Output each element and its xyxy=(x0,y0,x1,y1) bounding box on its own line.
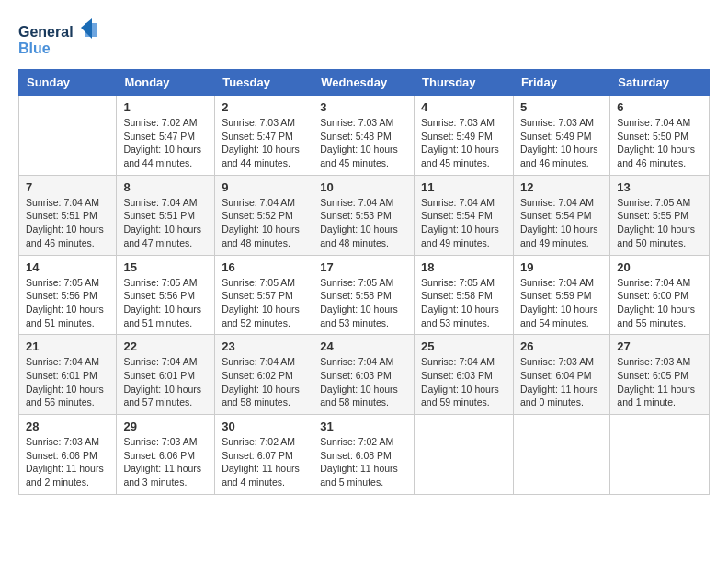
day-number: 25 xyxy=(421,339,506,353)
day-info: Sunrise: 7:05 AM Sunset: 5:55 PM Dayligh… xyxy=(617,196,702,250)
day-number: 29 xyxy=(123,419,208,433)
day-number: 4 xyxy=(421,100,506,114)
svg-text:Blue: Blue xyxy=(18,40,51,56)
week-row-5: 28Sunrise: 7:03 AM Sunset: 6:06 PM Dayli… xyxy=(19,415,710,495)
calendar-cell: 4Sunrise: 7:03 AM Sunset: 5:49 PM Daylig… xyxy=(415,96,514,176)
day-info: Sunrise: 7:04 AM Sunset: 5:54 PM Dayligh… xyxy=(520,196,603,250)
day-number: 12 xyxy=(520,180,603,194)
calendar-cell: 21Sunrise: 7:04 AM Sunset: 6:01 PM Dayli… xyxy=(19,335,117,415)
day-number: 26 xyxy=(520,339,603,353)
day-info: Sunrise: 7:02 AM Sunset: 6:08 PM Dayligh… xyxy=(320,435,407,489)
day-info: Sunrise: 7:03 AM Sunset: 5:47 PM Dayligh… xyxy=(222,116,306,170)
day-info: Sunrise: 7:04 AM Sunset: 5:53 PM Dayligh… xyxy=(320,196,407,250)
calendar-cell: 22Sunrise: 7:04 AM Sunset: 6:01 PM Dayli… xyxy=(117,335,215,415)
calendar-cell: 11Sunrise: 7:04 AM Sunset: 5:54 PM Dayli… xyxy=(415,175,514,255)
day-info: Sunrise: 7:03 AM Sunset: 6:04 PM Dayligh… xyxy=(520,355,603,409)
column-header-monday: Monday xyxy=(117,70,215,96)
day-number: 6 xyxy=(617,100,702,114)
day-info: Sunrise: 7:05 AM Sunset: 5:57 PM Dayligh… xyxy=(222,276,306,330)
day-info: Sunrise: 7:03 AM Sunset: 6:05 PM Dayligh… xyxy=(617,355,702,409)
day-number: 17 xyxy=(320,260,407,274)
calendar-cell: 12Sunrise: 7:04 AM Sunset: 5:54 PM Dayli… xyxy=(513,175,609,255)
calendar-cell: 19Sunrise: 7:04 AM Sunset: 5:59 PM Dayli… xyxy=(513,255,609,335)
column-header-tuesday: Tuesday xyxy=(215,70,313,96)
day-number: 27 xyxy=(617,339,702,353)
day-number: 5 xyxy=(520,100,603,114)
day-info: Sunrise: 7:04 AM Sunset: 5:54 PM Dayligh… xyxy=(421,196,506,250)
calendar-cell xyxy=(513,415,609,495)
calendar-cell: 1Sunrise: 7:02 AM Sunset: 5:47 PM Daylig… xyxy=(117,96,215,176)
column-header-friday: Friday xyxy=(513,70,609,96)
header-row: SundayMondayTuesdayWednesdayThursdayFrid… xyxy=(19,70,710,96)
column-header-thursday: Thursday xyxy=(415,70,514,96)
calendar-cell: 18Sunrise: 7:05 AM Sunset: 5:58 PM Dayli… xyxy=(415,255,514,335)
day-info: Sunrise: 7:03 AM Sunset: 5:48 PM Dayligh… xyxy=(320,116,407,170)
day-number: 8 xyxy=(123,180,208,194)
calendar-cell: 8Sunrise: 7:04 AM Sunset: 5:51 PM Daylig… xyxy=(117,175,215,255)
day-number: 20 xyxy=(617,260,702,274)
calendar-cell: 9Sunrise: 7:04 AM Sunset: 5:52 PM Daylig… xyxy=(215,175,313,255)
day-info: Sunrise: 7:04 AM Sunset: 6:01 PM Dayligh… xyxy=(26,355,109,409)
day-number: 1 xyxy=(123,100,208,114)
calendar-cell xyxy=(610,415,710,495)
logo-icon: General Blue xyxy=(18,18,101,60)
week-row-1: 1Sunrise: 7:02 AM Sunset: 5:47 PM Daylig… xyxy=(19,96,710,176)
column-header-saturday: Saturday xyxy=(610,70,710,96)
day-info: Sunrise: 7:04 AM Sunset: 5:50 PM Dayligh… xyxy=(617,116,702,170)
calendar-cell: 31Sunrise: 7:02 AM Sunset: 6:08 PM Dayli… xyxy=(313,415,415,495)
calendar-cell: 27Sunrise: 7:03 AM Sunset: 6:05 PM Dayli… xyxy=(610,335,710,415)
day-info: Sunrise: 7:04 AM Sunset: 5:52 PM Dayligh… xyxy=(222,196,306,250)
week-row-2: 7Sunrise: 7:04 AM Sunset: 5:51 PM Daylig… xyxy=(19,175,710,255)
svg-text:General: General xyxy=(18,24,74,40)
page-header: General Blue xyxy=(18,18,710,60)
day-info: Sunrise: 7:04 AM Sunset: 5:51 PM Dayligh… xyxy=(123,196,208,250)
day-number: 22 xyxy=(123,339,208,353)
day-info: Sunrise: 7:03 AM Sunset: 6:06 PM Dayligh… xyxy=(123,435,208,489)
day-number: 30 xyxy=(222,419,306,433)
day-number: 18 xyxy=(421,260,506,274)
week-row-3: 14Sunrise: 7:05 AM Sunset: 5:56 PM Dayli… xyxy=(19,255,710,335)
calendar-table: SundayMondayTuesdayWednesdayThursdayFrid… xyxy=(18,69,710,495)
calendar-cell xyxy=(415,415,514,495)
calendar-cell: 10Sunrise: 7:04 AM Sunset: 5:53 PM Dayli… xyxy=(313,175,415,255)
calendar-cell: 23Sunrise: 7:04 AM Sunset: 6:02 PM Dayli… xyxy=(215,335,313,415)
calendar-cell: 20Sunrise: 7:04 AM Sunset: 6:00 PM Dayli… xyxy=(610,255,710,335)
day-number: 2 xyxy=(222,100,306,114)
calendar-cell: 15Sunrise: 7:05 AM Sunset: 5:56 PM Dayli… xyxy=(117,255,215,335)
day-number: 11 xyxy=(421,180,506,194)
day-info: Sunrise: 7:03 AM Sunset: 5:49 PM Dayligh… xyxy=(520,116,603,170)
day-number: 7 xyxy=(26,180,109,194)
day-info: Sunrise: 7:04 AM Sunset: 5:51 PM Dayligh… xyxy=(26,196,109,250)
day-number: 13 xyxy=(617,180,702,194)
day-number: 24 xyxy=(320,339,407,353)
calendar-cell: 29Sunrise: 7:03 AM Sunset: 6:06 PM Dayli… xyxy=(117,415,215,495)
calendar-cell: 2Sunrise: 7:03 AM Sunset: 5:47 PM Daylig… xyxy=(215,96,313,176)
calendar-cell: 25Sunrise: 7:04 AM Sunset: 6:03 PM Dayli… xyxy=(415,335,514,415)
day-number: 23 xyxy=(222,339,306,353)
logo: General Blue xyxy=(18,18,101,60)
day-number: 21 xyxy=(26,339,109,353)
day-info: Sunrise: 7:02 AM Sunset: 6:07 PM Dayligh… xyxy=(222,435,306,489)
calendar-cell: 5Sunrise: 7:03 AM Sunset: 5:49 PM Daylig… xyxy=(513,96,609,176)
day-info: Sunrise: 7:05 AM Sunset: 5:56 PM Dayligh… xyxy=(123,276,208,330)
calendar-cell: 30Sunrise: 7:02 AM Sunset: 6:07 PM Dayli… xyxy=(215,415,313,495)
day-info: Sunrise: 7:05 AM Sunset: 5:56 PM Dayligh… xyxy=(26,276,109,330)
calendar-cell: 14Sunrise: 7:05 AM Sunset: 5:56 PM Dayli… xyxy=(19,255,117,335)
day-number: 10 xyxy=(320,180,407,194)
day-number: 16 xyxy=(222,260,306,274)
day-number: 14 xyxy=(26,260,109,274)
day-info: Sunrise: 7:04 AM Sunset: 5:59 PM Dayligh… xyxy=(520,276,603,330)
column-header-wednesday: Wednesday xyxy=(313,70,415,96)
day-number: 9 xyxy=(222,180,306,194)
day-info: Sunrise: 7:05 AM Sunset: 5:58 PM Dayligh… xyxy=(320,276,407,330)
column-header-sunday: Sunday xyxy=(19,70,117,96)
day-info: Sunrise: 7:04 AM Sunset: 6:00 PM Dayligh… xyxy=(617,276,702,330)
day-info: Sunrise: 7:05 AM Sunset: 5:58 PM Dayligh… xyxy=(421,276,506,330)
day-number: 19 xyxy=(520,260,603,274)
day-number: 15 xyxy=(123,260,208,274)
calendar-cell: 24Sunrise: 7:04 AM Sunset: 6:03 PM Dayli… xyxy=(313,335,415,415)
calendar-cell: 17Sunrise: 7:05 AM Sunset: 5:58 PM Dayli… xyxy=(313,255,415,335)
day-info: Sunrise: 7:02 AM Sunset: 5:47 PM Dayligh… xyxy=(123,116,208,170)
calendar-cell: 28Sunrise: 7:03 AM Sunset: 6:06 PM Dayli… xyxy=(19,415,117,495)
day-info: Sunrise: 7:04 AM Sunset: 6:02 PM Dayligh… xyxy=(222,355,306,409)
